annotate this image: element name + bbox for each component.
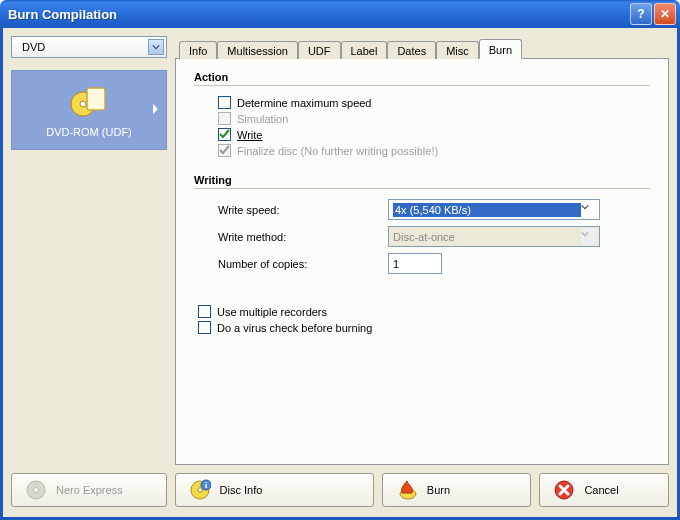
window-title: Burn Compilation — [8, 7, 628, 22]
simulation-checkbox — [218, 112, 231, 125]
virus-check-row: Do a virus check before burning — [198, 321, 650, 334]
multi-recorders-checkbox[interactable] — [198, 305, 211, 318]
compilation-type-tile[interactable]: DVD-ROM (UDF) — [11, 70, 167, 150]
nero-express-icon — [24, 478, 48, 502]
tab-multisession[interactable]: Multisession — [217, 41, 298, 59]
svg-point-7 — [34, 488, 39, 493]
chevron-down-icon — [581, 228, 597, 245]
determine-max-speed-label: Determine maximum speed — [237, 97, 372, 109]
tab-dates[interactable]: Dates — [387, 41, 436, 59]
help-icon: ? — [637, 7, 644, 21]
tab-misc[interactable]: Misc — [436, 41, 479, 59]
write-speed-value: 4x (5,540 KB/s) — [393, 203, 581, 217]
help-button[interactable]: ? — [630, 3, 652, 25]
write-label: Write — [237, 129, 262, 141]
write-checkbox[interactable] — [218, 128, 231, 141]
tabstrip: Info Multisession UDF Label Dates Misc B… — [175, 36, 669, 58]
divider — [194, 188, 650, 189]
chevron-down-icon — [148, 39, 164, 55]
titlebar: Burn Compilation ? ✕ — [0, 0, 680, 28]
svg-rect-4 — [87, 88, 105, 110]
tab-label[interactable]: Label — [341, 41, 388, 59]
dvd-rom-udf-icon — [69, 82, 109, 120]
upper-area: DVD DVD-ROM (UDF) — [11, 36, 669, 465]
media-type-value: DVD — [22, 41, 45, 53]
nero-express-label: Nero Express — [56, 484, 123, 496]
cancel-icon — [552, 478, 576, 502]
determine-max-speed-checkbox[interactable] — [218, 96, 231, 109]
burn-button[interactable]: Burn — [382, 473, 532, 507]
write-method-label: Write method: — [218, 231, 388, 243]
tab-udf[interactable]: UDF — [298, 41, 341, 59]
left-column: DVD DVD-ROM (UDF) — [11, 36, 167, 465]
num-copies-input[interactable] — [388, 253, 442, 274]
simulation-label: Simulation — [237, 113, 288, 125]
finalize-row: Finalize disc (No further writing possib… — [218, 144, 650, 157]
bottom-bar: Nero Express i Disc Info Burn Cancel — [11, 473, 669, 509]
write-row: Write — [218, 128, 650, 141]
disc-info-button[interactable]: i Disc Info — [175, 473, 374, 507]
chevron-down-icon — [581, 201, 597, 218]
disc-info-label: Disc Info — [220, 484, 263, 496]
writing-heading: Writing — [194, 174, 650, 186]
burn-panel: Action Determine maximum speed Simulatio… — [175, 58, 669, 465]
write-method-row: Write method: Disc-at-once — [218, 226, 650, 247]
finalize-checkbox — [218, 144, 231, 157]
cancel-button[interactable]: Cancel — [539, 473, 669, 507]
multi-recorders-row: Use multiple recorders — [198, 305, 650, 318]
write-method-select: Disc-at-once — [388, 226, 600, 247]
num-copies-label: Number of copies: — [218, 258, 388, 270]
burn-label: Burn — [427, 484, 450, 496]
cancel-label: Cancel — [584, 484, 618, 496]
tab-info[interactable]: Info — [179, 41, 217, 59]
disc-info-icon: i — [188, 478, 212, 502]
finalize-label: Finalize disc (No further writing possib… — [237, 145, 438, 157]
write-method-value: Disc-at-once — [393, 231, 581, 243]
media-type-dropdown[interactable]: DVD — [11, 36, 167, 58]
tab-burn[interactable]: Burn — [479, 39, 522, 59]
tile-label: DVD-ROM (UDF) — [46, 126, 132, 138]
simulation-row: Simulation — [218, 112, 650, 125]
virus-check-checkbox[interactable] — [198, 321, 211, 334]
write-speed-select[interactable]: 4x (5,540 KB/s) — [388, 199, 600, 220]
svg-point-3 — [80, 101, 86, 107]
nero-express-button[interactable]: Nero Express — [11, 473, 167, 507]
virus-check-label: Do a virus check before burning — [217, 322, 372, 334]
chevron-right-icon — [152, 103, 160, 117]
window-body: DVD DVD-ROM (UDF) — [0, 28, 680, 520]
close-button[interactable]: ✕ — [654, 3, 676, 25]
burn-icon — [395, 478, 419, 502]
write-speed-label: Write speed: — [218, 204, 388, 216]
num-copies-row: Number of copies: — [218, 253, 650, 274]
determine-max-speed-row: Determine maximum speed — [218, 96, 650, 109]
svg-point-9 — [197, 488, 201, 492]
close-icon: ✕ — [660, 7, 670, 21]
divider — [194, 85, 650, 86]
action-heading: Action — [194, 71, 650, 83]
multi-recorders-label: Use multiple recorders — [217, 306, 327, 318]
right-column: Info Multisession UDF Label Dates Misc B… — [175, 36, 669, 465]
write-speed-row: Write speed: 4x (5,540 KB/s) — [218, 199, 650, 220]
